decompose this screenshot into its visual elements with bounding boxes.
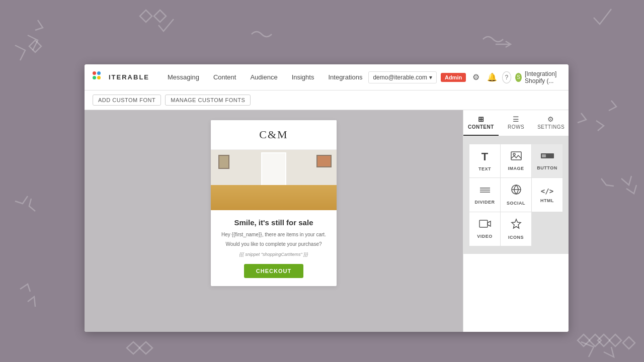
shopify-tag: S [Integration] Shopify (...	[515, 70, 569, 84]
image-label: IMAGE	[508, 166, 524, 171]
divider-label: DIVIDER	[474, 200, 495, 205]
settings-tab-icon: ⚙	[547, 115, 554, 123]
nav-logo: ITERABLE	[93, 71, 149, 83]
help-button[interactable]: ?	[502, 71, 511, 83]
panel-item-social[interactable]: SOCIAL	[501, 178, 531, 212]
hero-room-scene	[211, 150, 337, 210]
image-icon	[511, 151, 522, 163]
room-floor	[211, 185, 337, 210]
divider-icon	[479, 185, 491, 197]
html-label: HTML	[540, 198, 554, 203]
panel-item-html[interactable]: </> HTML	[532, 178, 562, 212]
nav-insights[interactable]: Insights	[286, 70, 320, 84]
video-icon	[479, 219, 491, 231]
text-icon: T	[481, 150, 488, 163]
top-nav: ITERABLE Messaging Content Audience Insi…	[85, 64, 569, 90]
sub-toolbar: ADD CUSTOM FONT MANAGE CUSTOM FONTS	[85, 90, 569, 110]
dropdown-arrow: ▾	[429, 74, 432, 81]
shopify-icon: S	[515, 73, 522, 82]
room-door	[261, 152, 286, 190]
button-label: BUTTON	[537, 165, 557, 170]
panel-item-text[interactable]: T TEXT	[469, 144, 500, 177]
panel-tabs: ⊞ CONTENT ☰ ROWS ⚙ SETTINGS	[463, 110, 569, 136]
email-dropdown[interactable]: demo@iterable.com ▾	[368, 71, 437, 83]
social-icon	[511, 184, 522, 198]
tab-rows-label: ROWS	[508, 124, 524, 130]
nav-integrations[interactable]: Integrations	[322, 70, 368, 84]
panel-item-button[interactable]: BUTTON	[532, 144, 562, 177]
checkout-button[interactable]: CHECKOUT	[244, 264, 303, 278]
svg-point-1	[513, 153, 515, 155]
notifications-icon-button[interactable]: 🔔	[486, 69, 498, 85]
tab-content-label: CONTENT	[468, 124, 494, 130]
text-label: TEXT	[478, 166, 491, 171]
email-line2: Would you like to complete your purchase…	[219, 240, 329, 248]
add-custom-font-button[interactable]: ADD CUSTOM FONT	[93, 95, 161, 106]
room-frame-2	[316, 155, 332, 167]
html-icon: </>	[541, 187, 553, 195]
svg-rect-9	[479, 220, 488, 227]
email-brand-logo: C&M	[219, 128, 329, 141]
app-window: ITERABLE Messaging Content Audience Insi…	[85, 64, 569, 332]
nav-content[interactable]: Content	[207, 70, 243, 84]
logo-icon	[93, 71, 105, 83]
panel-item-divider[interactable]: DIVIDER	[469, 178, 500, 212]
shopify-label: [Integration] Shopify (...	[525, 70, 569, 84]
icons-label: ICONS	[508, 235, 524, 240]
panel-item-image[interactable]: IMAGE	[501, 144, 531, 177]
svg-rect-3	[542, 154, 546, 157]
video-label: VIDEO	[477, 234, 493, 239]
logo-text: ITERABLE	[109, 73, 149, 81]
email-title: Smile, it's still for sale	[219, 218, 329, 227]
email-text: demo@iterable.com	[373, 74, 427, 81]
tab-rows[interactable]: ☰ ROWS	[499, 110, 534, 136]
manage-custom-fonts-button[interactable]: MANAGE CUSTOM FONTS	[165, 95, 251, 106]
panel-item-icons[interactable]: ICONS	[501, 212, 531, 246]
rows-tab-icon: ☰	[513, 115, 520, 123]
tab-content[interactable]: ⊞ CONTENT	[463, 110, 499, 136]
nav-items: Messaging Content Audience Insights Inte…	[162, 70, 368, 84]
email-body: Smile, it's still for sale Hey {{first_n…	[211, 210, 337, 286]
svg-rect-0	[511, 152, 521, 160]
nav-right: demo@iterable.com ▾ Admin ⚙ 🔔 ? S [Integ…	[368, 69, 569, 85]
nav-audience[interactable]: Audience	[244, 70, 283, 84]
email-hero-image	[211, 150, 337, 210]
main-content: C&M Smile, it's still for sale Hey {{fi	[85, 110, 569, 332]
panel-item-video[interactable]: VIDEO	[469, 212, 500, 246]
email-preview-area[interactable]: C&M Smile, it's still for sale Hey {{fi	[85, 110, 463, 332]
social-label: SOCIAL	[507, 201, 525, 206]
email-line1: Hey {{first_name}}, there are items in y…	[219, 231, 329, 238]
tab-settings[interactable]: ⚙ SETTINGS	[533, 110, 569, 136]
right-panel: ⊞ CONTENT ☰ ROWS ⚙ SETTINGS T TEXT	[463, 110, 569, 332]
tab-settings-label: SETTINGS	[537, 124, 565, 130]
email-card: C&M Smile, it's still for sale Hey {{fi	[211, 120, 337, 286]
room-frame-1	[218, 155, 229, 169]
content-tab-icon: ⊞	[478, 115, 485, 123]
button-icon	[540, 152, 554, 162]
settings-icon-button[interactable]: ⚙	[470, 69, 482, 85]
admin-badge: Admin	[441, 73, 466, 82]
panel-grid: T TEXT IMAGE	[463, 136, 569, 254]
email-snippet: {{{ snippet "shoppingCartItems" }}}	[219, 252, 329, 257]
email-card-header: C&M	[211, 120, 337, 150]
nav-messaging[interactable]: Messaging	[162, 70, 205, 84]
icons-icon	[511, 218, 522, 232]
